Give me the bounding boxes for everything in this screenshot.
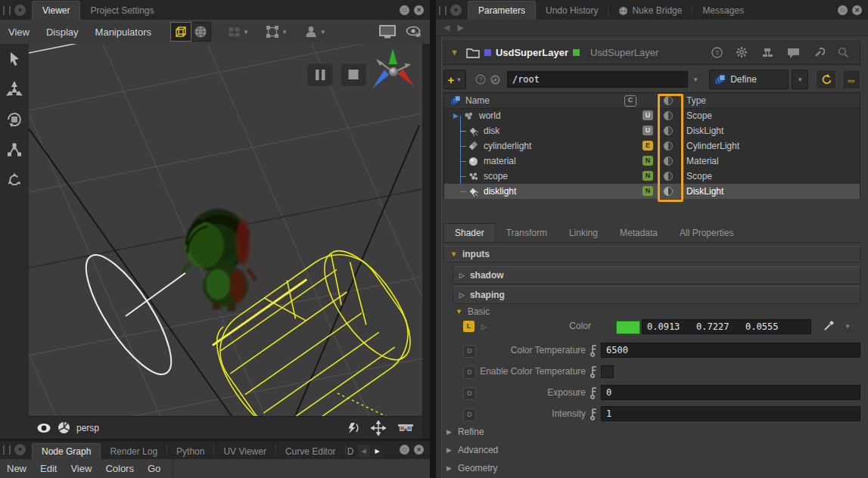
local-value-badge[interactable]: L xyxy=(463,321,474,332)
close-pane-icon[interactable]: ✕ xyxy=(414,445,424,455)
orbit-tool-button[interactable] xyxy=(0,165,29,195)
tab-transform[interactable]: Transform xyxy=(496,224,558,242)
rotate-tool-button[interactable] xyxy=(0,104,29,135)
define-dropdown[interactable]: Define xyxy=(709,70,789,89)
exposure-input[interactable] xyxy=(601,385,860,400)
wrench-icon[interactable] xyxy=(813,46,825,58)
group-geometry[interactable]: ▶ Geometry xyxy=(446,463,498,473)
selection-mode-dropdown[interactable]: ▼ xyxy=(266,25,288,39)
node-tree-icon[interactable] xyxy=(761,48,774,57)
menu-display[interactable]: Display xyxy=(38,26,87,38)
globe-icon[interactable] xyxy=(191,23,210,41)
tab-scroll-right-icon[interactable]: ▶ xyxy=(372,445,384,458)
tab-metadata[interactable]: Metadata xyxy=(609,224,668,242)
tab-overflow-clipped[interactable]: D xyxy=(346,444,358,459)
color-value-input[interactable] xyxy=(642,319,811,334)
tab-all-properties[interactable]: All Properties xyxy=(669,224,744,242)
table-row-disk[interactable]: disk U DiskLight xyxy=(444,123,860,138)
group-basic[interactable]: ▼ Basic xyxy=(456,306,490,318)
default-value-badge[interactable]: D xyxy=(463,345,476,358)
default-value-badge[interactable]: D xyxy=(463,408,476,421)
menu-view[interactable]: View xyxy=(0,26,38,38)
pan-mode-icon[interactable] xyxy=(371,421,386,436)
float-pane-icon[interactable]: □ xyxy=(838,5,848,15)
column-header-composition[interactable]: C xyxy=(624,95,636,107)
animation-menu-icon[interactable] xyxy=(590,386,598,399)
wireframe-cube-icon[interactable] xyxy=(171,23,191,41)
prim-path-input[interactable] xyxy=(507,71,688,88)
panel-splitter[interactable] xyxy=(430,0,436,478)
pane-grip-icon[interactable] xyxy=(439,6,446,15)
intensity-input[interactable] xyxy=(601,406,860,421)
tab-curve-editor[interactable]: Curve Editor xyxy=(276,444,345,459)
column-header-name[interactable]: Name xyxy=(465,93,490,108)
gear-icon[interactable] xyxy=(736,46,748,58)
node-name-label[interactable]: UsdSuperLayer xyxy=(496,47,568,58)
viewport-3d-scene[interactable] xyxy=(29,44,422,416)
default-value-badge[interactable]: D xyxy=(463,387,476,400)
prim-name[interactable]: material xyxy=(484,154,516,169)
prim-name[interactable]: world xyxy=(479,108,501,123)
table-row-disklight-selected[interactable]: disklight N DiskLight xyxy=(444,184,860,199)
column-header-type[interactable]: Type xyxy=(686,93,706,108)
camera-person-dropdown[interactable]: ▼ xyxy=(304,25,326,39)
pane-menu-button[interactable]: ▼ xyxy=(14,5,26,16)
color-options-caret[interactable]: ▼ xyxy=(845,323,851,330)
camera-shutter-icon[interactable] xyxy=(58,421,70,434)
monitor-output-icon[interactable] xyxy=(378,24,397,39)
pane-grip-icon[interactable] xyxy=(3,445,11,455)
color-swatch[interactable] xyxy=(616,321,640,334)
comment-bubble-icon[interactable] xyxy=(787,47,800,58)
table-row-world[interactable]: ▶ world U Scope xyxy=(444,108,860,123)
group-refine[interactable]: ▶ Refine xyxy=(446,427,484,437)
select-tool-button[interactable] xyxy=(0,44,29,74)
nav-back-icon[interactable]: ◀ xyxy=(443,23,450,33)
flash-render-icon[interactable] xyxy=(345,422,360,434)
tab-project-settings[interactable]: Project Settings xyxy=(80,2,163,20)
group-shaping[interactable]: ▷ shaping xyxy=(453,286,860,304)
translate-tool-button[interactable] xyxy=(0,74,29,104)
expander-icon[interactable]: ▶ xyxy=(453,108,459,123)
pause-button[interactable] xyxy=(307,64,333,86)
help-icon[interactable]: ? xyxy=(711,47,723,58)
visibility-eye-icon[interactable] xyxy=(36,423,51,433)
proxy-eye-icon[interactable] xyxy=(406,25,422,39)
sync-back-button[interactable] xyxy=(816,70,835,89)
layout-dropdown[interactable]: ▼ xyxy=(228,26,249,39)
animation-menu-icon[interactable] xyxy=(590,408,598,421)
add-prim-button[interactable]: + ▼ xyxy=(443,70,466,89)
tab-render-log[interactable]: Render Log xyxy=(101,444,166,459)
table-row-material[interactable]: material N Material xyxy=(444,154,860,169)
table-row-cylinderlight[interactable]: cylinderlight E CylinderLight xyxy=(444,138,860,154)
table-row-scope[interactable]: scope N Scope xyxy=(444,169,860,184)
float-pane-icon[interactable]: □ xyxy=(400,445,409,455)
tab-undo-history[interactable]: Undo History xyxy=(536,2,608,20)
tab-linking[interactable]: Linking xyxy=(558,224,608,242)
menu-manipulators[interactable]: Manipulators xyxy=(87,26,160,38)
stereo-glasses-icon[interactable] xyxy=(397,422,415,433)
prim-name[interactable]: scope xyxy=(484,169,508,184)
eyedropper-icon[interactable] xyxy=(823,320,835,331)
pane-menu-button[interactable]: ▼ xyxy=(14,444,26,455)
enable-color-temperature-checkbox[interactable] xyxy=(601,365,614,378)
pane-grip-icon[interactable] xyxy=(3,6,11,15)
swap-sync-button[interactable]: ⇔ xyxy=(842,70,860,89)
scale-tool-button[interactable] xyxy=(0,135,29,165)
define-caret-button[interactable]: ▼ xyxy=(792,70,808,89)
close-pane-icon[interactable]: ✕ xyxy=(852,5,862,15)
prim-name[interactable]: disklight xyxy=(484,184,516,199)
tab-viewer[interactable]: Viewer xyxy=(32,1,80,20)
expand-icon[interactable]: ▷ xyxy=(481,323,487,331)
float-pane-icon[interactable]: □ xyxy=(400,5,409,15)
search-icon[interactable] xyxy=(838,47,849,58)
menu-go[interactable]: Go xyxy=(141,463,167,474)
node-collapse-icon[interactable]: ▼ xyxy=(450,48,459,57)
prim-name[interactable]: disk xyxy=(484,123,499,138)
tab-messages[interactable]: Messages xyxy=(692,2,754,20)
group-inputs[interactable]: ▼ inputs xyxy=(443,246,860,262)
group-advanced[interactable]: ▶ Advanced xyxy=(446,445,498,455)
menu-colors[interactable]: Colors xyxy=(98,463,141,474)
tab-uv-viewer[interactable]: UV Viewer xyxy=(214,444,275,459)
tab-python[interactable]: Python xyxy=(167,444,213,459)
group-shadow[interactable]: ▷ shadow xyxy=(453,266,860,284)
